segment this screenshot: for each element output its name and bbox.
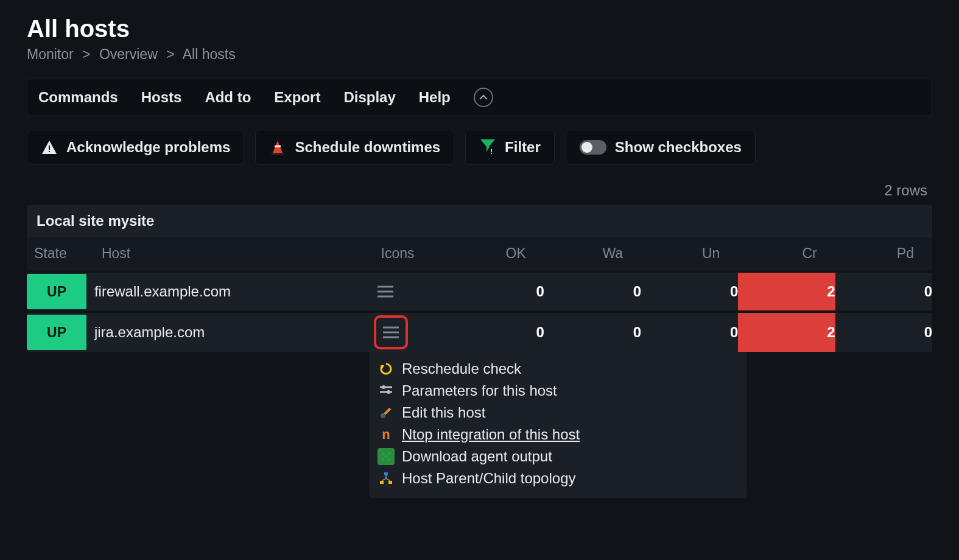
edit-icon (378, 404, 395, 421)
context-menu-label: Download agent output (402, 448, 552, 465)
col-host[interactable]: Host (94, 237, 374, 271)
acknowledge-label: Acknowledge problems (66, 139, 230, 156)
svg-point-23 (388, 452, 390, 455)
topology-icon (378, 470, 395, 487)
table-row: UPjira.example.com00020 (27, 312, 932, 352)
svg-point-19 (387, 390, 390, 394)
svg-point-25 (388, 458, 390, 461)
un-cell: 0 (641, 312, 738, 352)
ntop-icon: n (378, 426, 395, 443)
svg-line-32 (386, 478, 390, 481)
menubar: Commands Hosts Add to Export Display Hel… (27, 79, 932, 116)
panel-header: Local site mysite (27, 205, 932, 237)
col-un[interactable]: Un (641, 237, 738, 271)
svg-point-17 (382, 385, 385, 389)
context-menu-item[interactable]: nNtop integration of this host (376, 424, 736, 446)
cone-icon (269, 139, 286, 156)
menu-display[interactable]: Display (343, 89, 395, 106)
svg-rect-29 (388, 481, 392, 484)
table-row: UPfirewall.example.com00020 (27, 271, 932, 312)
host-cell[interactable]: jira.example.com (94, 312, 374, 352)
context-menu-label: Host Parent/Child topology (402, 470, 576, 487)
state-badge: UP (27, 315, 86, 350)
svg-text:!: ! (490, 148, 493, 155)
filter-icon: ! (479, 139, 496, 156)
page-title: All hosts (27, 15, 932, 43)
host-cell[interactable]: firewall.example.com (94, 271, 374, 312)
breadcrumb-item[interactable]: Monitor (27, 46, 74, 62)
filter-button[interactable]: ! Filter (465, 130, 555, 165)
chevron-up-icon (479, 94, 488, 100)
context-menu-item[interactable]: Reschedule check (376, 358, 736, 380)
menu-help[interactable]: Help (419, 89, 451, 106)
menu-export[interactable]: Export (274, 89, 320, 106)
context-menu-item[interactable]: Host Parent/Child topology (376, 467, 736, 489)
svg-rect-4 (275, 145, 281, 147)
download-icon (378, 448, 395, 465)
row-menu-icon[interactable] (374, 315, 408, 349)
ok-cell: 0 (448, 271, 544, 312)
context-menu-item[interactable]: Download agent output (376, 446, 736, 467)
col-wa[interactable]: Wa (544, 237, 641, 271)
menu-commands[interactable]: Commands (38, 89, 118, 106)
svg-point-24 (382, 458, 384, 461)
state-badge: UP (27, 274, 86, 309)
collapse-menu-button[interactable] (474, 88, 493, 107)
wa-cell: 0 (544, 271, 641, 312)
col-icons[interactable]: Icons (374, 237, 448, 271)
context-menu-label: Edit this host (402, 404, 485, 421)
cr-cell: 2 (738, 312, 835, 352)
pd-cell: 0 (835, 271, 932, 312)
filter-label: Filter (505, 139, 541, 156)
schedule-label: Schedule downtimes (295, 139, 440, 156)
breadcrumb-item[interactable]: All hosts (183, 46, 236, 62)
warning-icon (41, 139, 58, 156)
params-icon (378, 382, 395, 399)
context-menu-label: Reschedule check (402, 360, 521, 377)
svg-point-26 (385, 455, 387, 458)
breadcrumb-sep: > (166, 46, 174, 62)
svg-rect-28 (380, 481, 384, 484)
row-menu-icon[interactable] (374, 280, 397, 303)
menu-hosts[interactable]: Hosts (141, 89, 182, 106)
wa-cell: 0 (544, 312, 641, 352)
hosts-table: State Host Icons OK Wa Un Cr Pd UPfirewa… (27, 237, 932, 352)
svg-rect-1 (49, 145, 50, 150)
svg-rect-2 (49, 151, 50, 152)
svg-point-22 (382, 452, 384, 455)
checkboxes-label: Show checkboxes (615, 139, 742, 156)
acknowledge-button[interactable]: Acknowledge problems (27, 130, 244, 165)
context-menu-label: Parameters for this host (402, 382, 557, 399)
breadcrumb-item[interactable]: Overview (99, 46, 158, 62)
action-row: Acknowledge problems Schedule downtimes … (27, 130, 932, 165)
reschedule-icon (378, 360, 395, 377)
breadcrumb-sep: > (82, 46, 90, 62)
col-cr[interactable]: Cr (738, 237, 835, 271)
col-state[interactable]: State (27, 237, 94, 271)
row-count: 2 rows (27, 182, 932, 199)
un-cell: 0 (641, 271, 738, 312)
host-context-menu: Reschedule checkParameters for this host… (369, 352, 746, 498)
col-ok[interactable]: OK (448, 237, 544, 271)
svg-rect-5 (272, 153, 284, 155)
toggle-off-icon (580, 140, 606, 155)
show-checkboxes-toggle[interactable]: Show checkboxes (566, 130, 756, 165)
ok-cell: 0 (448, 312, 544, 352)
menu-addto[interactable]: Add to (205, 89, 251, 106)
svg-rect-27 (384, 472, 388, 475)
cr-cell: 2 (738, 271, 835, 312)
breadcrumb: Monitor > Overview > All hosts (27, 46, 932, 63)
pd-cell: 0 (835, 312, 932, 352)
svg-line-31 (382, 478, 386, 481)
col-pd[interactable]: Pd (835, 237, 932, 271)
context-menu-item[interactable]: Parameters for this host (376, 380, 736, 402)
svg-point-21 (381, 413, 385, 418)
schedule-downtimes-button[interactable]: Schedule downtimes (255, 130, 454, 165)
context-menu-item[interactable]: Edit this host (376, 402, 736, 424)
context-menu-label: Ntop integration of this host (402, 426, 580, 443)
